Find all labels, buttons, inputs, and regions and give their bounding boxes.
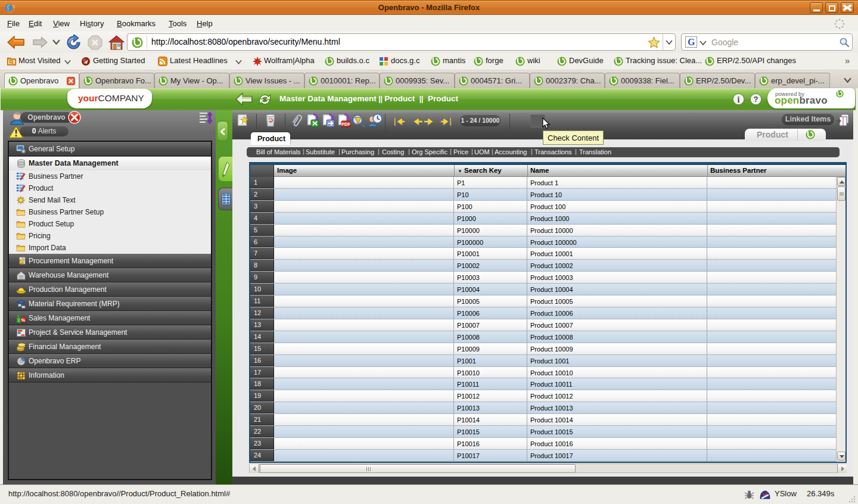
svg-text:%: %	[21, 318, 25, 323]
svg-text:PDF: PDF	[341, 122, 350, 127]
svg-text:i: i	[738, 95, 740, 104]
svg-text:?: ?	[754, 95, 758, 104]
